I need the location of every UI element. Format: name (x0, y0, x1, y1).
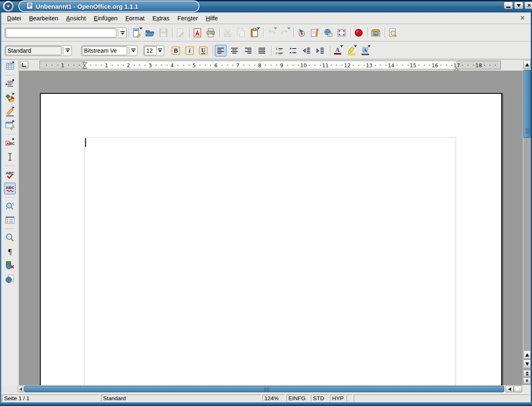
ruler-tick (271, 65, 271, 66)
nonprinting-characters-button[interactable]: ¶ (4, 246, 16, 257)
font-name-combobox[interactable]: Bitstream Ve (81, 45, 138, 56)
new-document-button[interactable] (131, 27, 143, 39)
horizontal-scrollbar[interactable] (0, 385, 532, 393)
export-pdf-button[interactable] (191, 27, 204, 39)
font-dropdown-arrow[interactable] (130, 46, 137, 55)
close-button[interactable]: ✕ (525, 2, 532, 9)
status-page-indicator[interactable]: Seite 1 / 1 (2, 394, 100, 402)
status-page-style[interactable]: Standard (101, 394, 261, 402)
insert-button[interactable] (4, 61, 16, 72)
vertical-scrollbar[interactable] (523, 60, 531, 393)
increase-indent-button[interactable] (315, 45, 326, 56)
highlighting-button[interactable] (346, 45, 357, 56)
url-combobox[interactable] (5, 27, 127, 38)
menu-item-fenster[interactable]: Fenster (176, 14, 200, 23)
status-modified-flag[interactable] (347, 394, 353, 402)
hscroll-thumb[interactable] (24, 386, 504, 392)
fullscreen-button[interactable] (335, 27, 348, 39)
status-hyperlink-mode[interactable]: HYP (330, 394, 346, 402)
scroll-left-button-2[interactable] (505, 386, 514, 392)
minimize-button[interactable] (504, 2, 513, 9)
toolbar-separator (5, 166, 15, 166)
italic-button[interactable]: i (184, 45, 195, 56)
redo-button[interactable] (278, 27, 291, 39)
navigation-button[interactable] (523, 377, 531, 384)
paste-button[interactable] (248, 27, 261, 39)
online-layout-button[interactable] (4, 273, 16, 285)
previous-page-button[interactable] (523, 370, 531, 377)
ruler-tick (177, 65, 178, 66)
tab-stop-type-selector[interactable] (20, 61, 28, 68)
url-field[interactable] (7, 29, 114, 37)
document-workspace[interactable] (19, 71, 523, 385)
toolbar-separator (349, 27, 352, 38)
spellcheck-button[interactable]: ABC (4, 169, 16, 181)
copy-button[interactable] (235, 27, 247, 39)
ruler-tick (134, 65, 135, 66)
show-draw-functions-button[interactable] (4, 106, 16, 117)
style-dropdown-arrow[interactable] (64, 46, 71, 55)
document-page[interactable] (40, 93, 502, 385)
status-selection-mode[interactable]: STD (311, 394, 329, 402)
decrease-indent-button[interactable] (301, 45, 313, 56)
bullets-on-off-button[interactable] (287, 45, 299, 56)
cut-button[interactable] (222, 27, 234, 39)
status-insert-mode[interactable]: EINFG (286, 394, 310, 402)
scroll-down-button[interactable] (523, 360, 531, 368)
status-zoom-level[interactable]: 124% (262, 394, 285, 402)
font-size-spinner[interactable]: 12 (143, 45, 164, 56)
insert-objects-button[interactable] (4, 92, 16, 104)
align-center-button[interactable] (229, 45, 240, 56)
justify-button[interactable] (256, 45, 268, 56)
underline-button[interactable]: U (197, 45, 209, 56)
stylist-button[interactable] (309, 27, 321, 39)
size-dropdown-arrow[interactable] (157, 46, 163, 55)
paragraph-indent-marker[interactable] (82, 62, 87, 71)
close-document-icon[interactable]: ✕ (520, 15, 525, 21)
background-color-button[interactable]: A (360, 45, 371, 56)
paragraph-style-combobox[interactable]: Standard (5, 45, 72, 56)
edit-file-button[interactable] (174, 27, 187, 39)
maximize-button[interactable] (514, 2, 523, 9)
undo-button[interactable] (265, 27, 278, 39)
data-sources-button[interactable] (4, 214, 16, 226)
scroll-up-button[interactable] (523, 60, 531, 69)
align-left-button[interactable] (215, 45, 227, 56)
title-tab[interactable]: Unbenannt1 - OpenOffice.org 1.1.1 (18, 0, 200, 12)
menu-item-einfuegen[interactable]: Einfügen (92, 14, 119, 23)
bold-button[interactable]: B (170, 45, 182, 56)
menu-item-extras[interactable]: Extras (151, 14, 171, 23)
print-file-direct-button[interactable] (204, 27, 217, 39)
menu-item-format[interactable]: Format (124, 14, 146, 23)
autotext-button[interactable]: ABC (4, 137, 16, 149)
graphics-on-off-button[interactable] (4, 259, 16, 271)
menu-item-datei[interactable]: Datei (5, 14, 23, 23)
form-functions-button[interactable] (4, 120, 16, 131)
insert-fields-button[interactable] (4, 78, 16, 90)
auto-spellcheck-button[interactable]: ABC (4, 183, 16, 194)
menu-item-ansicht[interactable]: Ansicht (64, 14, 88, 23)
numbering-on-off-button[interactable]: 12 (273, 45, 285, 56)
hyperlink-dialog-button[interactable] (322, 27, 335, 39)
scroll-right-button[interactable] (514, 386, 522, 392)
url-dropdown-arrow[interactable] (119, 28, 126, 37)
navigator-button[interactable] (296, 27, 308, 39)
scroll-left-button[interactable] (17, 386, 24, 392)
menu-item-bearbeiten[interactable]: Bearbeiten (27, 14, 60, 23)
direct-cursor-on-off-button[interactable] (4, 151, 16, 163)
save-document-button[interactable] (157, 27, 170, 39)
window-menu-button[interactable] (3, 1, 14, 12)
find-replace-button[interactable] (4, 201, 16, 212)
zoom-button[interactable] (4, 232, 16, 244)
status-spare-field[interactable] (354, 394, 530, 402)
align-right-button[interactable] (242, 45, 254, 56)
vscroll-thumb[interactable] (523, 70, 531, 138)
font-color-button[interactable]: A (332, 45, 344, 56)
scroll-up-button-2[interactable] (523, 350, 531, 359)
search-document-button[interactable] (387, 27, 399, 39)
open-document-button[interactable] (144, 27, 156, 39)
gallery-button[interactable] (369, 27, 382, 39)
horizontal-ruler[interactable]: 1123456789101112131415161718 (39, 61, 501, 69)
menu-item-hilfe[interactable]: Hilfe (204, 14, 219, 23)
stop-loading-button[interactable] (352, 27, 365, 39)
